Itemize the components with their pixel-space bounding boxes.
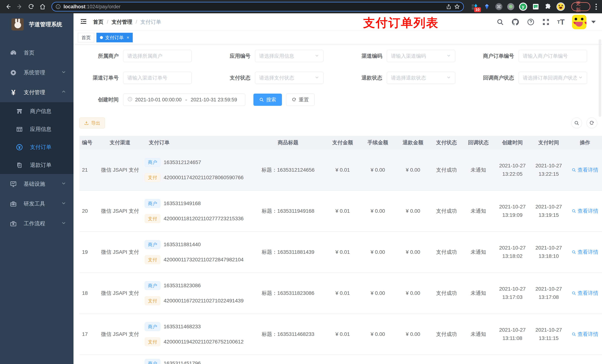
channel-order-no: 4200001167202110271022491439 [164,298,244,304]
channel-code-select[interactable]: 请输入渠道编码 [387,50,455,62]
reload-icon[interactable] [26,2,36,11]
channel-order-no-input[interactable] [123,72,192,84]
app-select[interactable]: 请选择应用信息 [255,50,323,62]
date-start-value[interactable]: 2021-10-01 00:00:00 [135,97,182,103]
reset-button[interactable]: 重置 [286,94,314,106]
extension-gray-dot-icon[interactable] [507,3,514,10]
share-icon[interactable] [446,4,452,10]
url-text[interactable]: localhost:1024/pay/order [64,4,443,10]
site-info-icon[interactable] [55,4,61,10]
tag-home[interactable]: 首页 [78,33,94,42]
browser-menu-icon[interactable] [595,4,597,10]
notify-status-select[interactable]: 请选择订单回调商户状态 [518,72,587,84]
app-logo[interactable]: 芋道管理系统 [0,13,74,35]
sidebar-item-dev-tools[interactable]: 研发工具 [0,194,74,214]
extension-puzzle-icon[interactable] [544,3,552,10]
channel-order-no-field[interactable] [127,75,187,81]
merchant-order-no: 1635311451796 [164,361,201,364]
refresh-button[interactable] [586,118,597,128]
sidebar-item-merchant-info[interactable]: 商户信息 [0,102,74,120]
merchant-order-no-input[interactable] [518,50,587,62]
user-avatar[interactable] [572,15,586,29]
search-button[interactable]: 搜索 [253,94,282,106]
filter-label-channel-code: 渠道编码 [343,52,387,60]
merchant-order-no-field[interactable] [523,53,583,59]
merchant-input[interactable] [123,50,192,62]
view-detail-link[interactable]: 查看详情 [572,249,598,256]
table-row[interactable]: 20 微信 JSAPI 支付 商户 1635311949168 支付 42000… [79,190,602,232]
merchant-input-field[interactable] [127,53,187,59]
table-row[interactable]: 17 微信 JSAPI 支付 商户 1635311468233 支付 42000… [79,314,602,355]
sidebar-item-workflow[interactable]: 工作流程 [0,214,74,233]
chevron-up-icon [61,89,66,95]
filter-label-pay-status: 支付状态 [211,74,255,81]
menu-fold-icon[interactable] [80,18,87,26]
help-icon[interactable] [527,18,535,26]
sidebar-item-system[interactable]: 系统管理 [0,63,74,83]
page-content: 所属商户 应用编号 请选择应用信息 渠道编码 请输入渠道编码 [74,44,602,364]
pay-amount: ¥ 0.01 [335,331,350,337]
forward-icon[interactable] [15,2,24,11]
merchant-order-no: 1635311823086 [164,283,201,289]
pay-status: 支付成功 [436,167,457,173]
pay-status-select[interactable]: 请选择支付状态 [255,72,323,84]
sidebar-item-label: 支付订单 [30,144,52,151]
pay-tag: 支付 [145,337,160,346]
view-detail-link[interactable]: 查看详情 [572,290,598,297]
merchant-tag: 商户 [145,240,160,249]
sidebar-item-home[interactable]: 首页 [0,43,74,63]
address-bar[interactable]: localhost:1024/pay/order [52,2,464,11]
sidebar-item-label: 应用信息 [30,125,52,133]
sidebar-item-label: 支付管理 [24,89,61,96]
breadcrumb-pay-management[interactable]: 支付管理 [112,19,132,26]
date-range-picker[interactable]: 2021-10-01 00:00:00 - 2021-10-31 23:59:5… [123,94,245,106]
pay-channel: 微信 JSAPI 支付 [101,167,139,173]
fee-amount: ¥ 0.00 [371,167,385,173]
table-row[interactable]: 18 微信 JSAPI 支付 商户 1635311823086 支付 42000… [79,273,602,314]
extension-y-icon[interactable]: y [519,3,527,11]
browser-update-button[interactable]: 更新 [571,2,590,11]
table-row[interactable]: 21 微信 JSAPI 支付 商户 1635312124657 支付 42000… [79,149,602,190]
tag-close-icon[interactable]: × [127,35,129,40]
extension-command-icon[interactable] [495,3,502,10]
refund-amount: ¥ 0.00 [406,208,420,214]
view-detail-link[interactable]: 查看详情 [572,208,598,215]
chevron-down-icon [315,53,319,59]
date-end-value[interactable]: 2021-10-31 23:59:59 [191,97,237,103]
user-menu-caret-icon[interactable] [591,21,596,23]
home-icon[interactable] [38,2,47,11]
refund-status-select[interactable]: 请选择退款状态 [387,72,455,84]
page-scrollbar[interactable] [599,39,601,117]
breadcrumb-home[interactable]: 首页 [93,19,104,26]
github-icon[interactable] [511,18,519,26]
extension-chat-icon[interactable] [532,3,539,10]
chevron-down-icon [61,220,66,227]
order-id: 17 [82,331,88,337]
header-search-icon[interactable] [496,18,504,26]
sidebar-item-pay-order[interactable]: 支付订单 [0,138,74,156]
sidebar-item-refund-order[interactable]: 退款订单 [0,156,74,174]
fullscreen-icon[interactable] [542,18,550,26]
product-title: 标题：1635311949168 [262,208,314,214]
extension-emoji-icon[interactable] [557,2,565,11]
view-detail-link[interactable]: 查看详情 [572,331,598,338]
toggle-search-button[interactable] [571,118,582,128]
grid-icon [15,126,24,133]
view-detail-link[interactable]: 查看详情 [572,166,598,174]
extension-gem-icon[interactable] [483,3,491,10]
sidebar-item-app-info[interactable]: 应用信息 [0,120,74,138]
extension-tampermonkey-icon[interactable]: 10 [471,3,478,10]
table-row[interactable]: 商户 1635311451796 [79,355,602,364]
fee-amount: ¥ 0.00 [371,208,385,214]
bookmark-star-icon[interactable] [454,4,460,10]
pay-channel: 微信 JSAPI 支付 [101,208,139,214]
tag-pay-order[interactable]: 支付订单 × [97,33,133,42]
back-icon[interactable] [3,2,13,11]
font-size-icon[interactable]: TT [557,18,565,26]
filter-label-merchant-order-no: 商户订单编号 [475,52,518,60]
table-row[interactable]: 19 微信 JSAPI 支付 商户 1635311881440 支付 42000… [79,232,602,273]
sidebar-item-label: 商户信息 [30,108,52,115]
sidebar-item-pay-management[interactable]: ¥ 支付管理 [0,83,74,102]
sidebar-item-infrastructure[interactable]: 基础设施 [0,174,74,194]
export-button[interactable]: 导出 [79,118,105,128]
